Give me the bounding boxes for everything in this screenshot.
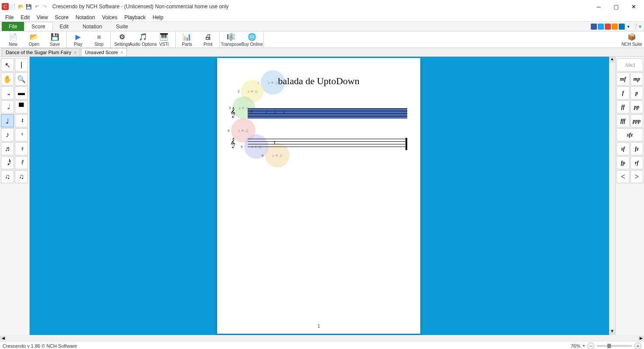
score-title[interactable]: balada de UptoDown (217, 75, 420, 87)
new-icon: 📄 (9, 33, 17, 41)
palette-quarter-rest[interactable]: 𝄽 (15, 114, 28, 127)
ribbon-tab-suite[interactable]: Suite (109, 22, 135, 31)
palette-sixteenth-rest[interactable]: 𝄿 (15, 142, 28, 155)
parts-button[interactable]: 📊Parts (177, 31, 198, 48)
dynamic-sf[interactable]: sf (617, 142, 630, 155)
dynamic-mp[interactable]: mp (630, 72, 644, 86)
palette-half-note[interactable]: 𝅗𝅥 (1, 100, 14, 113)
menu-view[interactable]: View (33, 14, 51, 21)
dynamic-ff[interactable]: ff (617, 100, 630, 113)
ribbon-tab-score[interactable]: Score (24, 22, 52, 31)
doc-tab[interactable]: Unsaved Score× (81, 48, 127, 56)
palette-half-rest[interactable]: ▀ (15, 100, 28, 113)
print-button[interactable]: 🖨Print (198, 31, 218, 48)
palette-eighth-rest[interactable]: 𝄾 (15, 128, 28, 141)
open-button[interactable]: 📂Open (24, 31, 44, 48)
palette-beam2[interactable]: ♫ (15, 170, 28, 183)
palette-quarter-note[interactable]: ♩ (1, 114, 14, 127)
menu-notation[interactable]: Notation (72, 14, 99, 21)
undo-icon[interactable]: ↶ (33, 3, 40, 10)
close-tab-icon[interactable]: × (120, 50, 123, 55)
dynamic-mf[interactable]: mf (617, 72, 630, 86)
close-tab-icon[interactable]: × (74, 50, 76, 55)
menu-playback[interactable]: Playback (121, 14, 149, 21)
dynamic-text[interactable]: AbcI (617, 58, 643, 72)
dynamic-f[interactable]: f (617, 86, 630, 99)
settings-icon: ⚙ (118, 33, 126, 41)
stop-button[interactable]: ■Stop (89, 31, 109, 48)
horizontal-scrollbar[interactable]: ◀ ▶ (0, 335, 644, 341)
maximize-button[interactable]: ▢ (607, 0, 625, 13)
help-icon[interactable]: ❔▾ (632, 24, 641, 30)
zoom-slider[interactable] (597, 345, 632, 347)
reddit-icon[interactable] (612, 24, 618, 30)
buy-button[interactable]: 🌐Buy Online (242, 31, 262, 48)
palette-sixteenth-note[interactable]: ♬ (1, 142, 14, 155)
dynamic-fp[interactable]: fp (617, 156, 630, 169)
doc-tab[interactable]: Dance of the Sugar Plum Fairy× (2, 48, 80, 56)
buy-icon: 🌐 (248, 33, 256, 41)
dynamic-p[interactable]: p (630, 86, 644, 99)
save-button[interactable]: 💾Save (44, 31, 65, 48)
palette-eighth-note[interactable]: ♪ (1, 128, 14, 141)
palette-select[interactable]: ↖ (1, 58, 14, 72)
zoom-in-button[interactable]: + (634, 342, 641, 349)
audio-button[interactable]: 🎵Audio Options (133, 31, 153, 48)
scroll-up-button[interactable]: ▲ (609, 57, 615, 63)
palette-beam1[interactable]: ♫ (1, 170, 14, 183)
dynamic-decresc[interactable]: > (630, 170, 644, 183)
scroll-right-button[interactable]: ▶ (638, 336, 644, 340)
minimize-button[interactable]: ─ (590, 0, 607, 13)
google-plus-icon[interactable] (605, 24, 611, 30)
score-canvas[interactable]: ♪ + ♫1♪ + ♫2♪ + ♫3♪ + ♫4♪ + ♫5♪ + ♫6 bal… (30, 57, 615, 335)
menu-help[interactable]: Help (149, 14, 167, 21)
palette-whole-note[interactable]: 𝅝 (1, 86, 14, 99)
new-doc-icon[interactable]: 📄 (10, 3, 17, 10)
menu-file[interactable]: File (2, 14, 17, 21)
dynamic-ppp[interactable]: ppp (630, 114, 644, 127)
staff-1[interactable]: 𝄞 ♯ ♩ ♩ ♩ (230, 108, 407, 119)
ribbon-tab-notation[interactable]: Notation (75, 22, 109, 31)
dynamic-sfz[interactable]: sfz (617, 128, 643, 141)
vsti-button[interactable]: 🎹VSTi (153, 31, 174, 48)
dynamic-pp[interactable]: pp (630, 100, 644, 113)
scroll-left-button[interactable]: ◀ (0, 336, 6, 340)
transpose-button[interactable]: 🎼Transpose (221, 31, 242, 48)
zoom-out-button[interactable]: − (587, 342, 594, 349)
stop-icon: ■ (95, 33, 103, 41)
ribbon-tab-edit[interactable]: Edit (53, 22, 76, 31)
new-button[interactable]: 📄New (3, 31, 24, 48)
palette-whole-rest[interactable]: ▬ (15, 86, 28, 99)
zoom-dropdown-icon[interactable]: ▾ (583, 344, 585, 348)
linkedin-icon[interactable] (619, 24, 625, 30)
dropdown-icon[interactable]: ▾ (627, 24, 630, 29)
staff-2[interactable]: 𝄞 𝄽 (230, 139, 407, 149)
palette-thirtysecond-note[interactable]: 𝅘𝅥𝅰 (1, 156, 14, 169)
scroll-down-button[interactable]: ▼ (609, 329, 615, 335)
dynamic-rf[interactable]: rf (630, 156, 644, 169)
dynamic-fff[interactable]: fff (617, 114, 630, 127)
menu-edit[interactable]: Edit (17, 14, 33, 21)
ribbon-tab-file[interactable]: File (2, 22, 24, 31)
palette-hand[interactable]: ✋ (1, 72, 14, 86)
close-button[interactable]: ✕ (625, 0, 642, 13)
palette-thirtysecond-rest[interactable]: 𝅀 (15, 156, 28, 169)
parts-icon: 📊 (183, 33, 191, 41)
twitter-icon[interactable] (598, 24, 604, 30)
score-page[interactable]: ♪ + ♫1♪ + ♫2♪ + ♫3♪ + ♫4♪ + ♫5♪ + ♫6 bal… (217, 58, 420, 334)
menu-voices[interactable]: Voices (99, 14, 121, 21)
vertical-scrollbar[interactable]: ▲ ▼ (609, 57, 615, 335)
play-button[interactable]: ▶Play (68, 31, 89, 48)
redo-icon[interactable]: ↷ (41, 3, 48, 10)
dynamic-cresc[interactable]: < (617, 170, 630, 183)
save-icon[interactable]: 💾 (25, 3, 32, 10)
open-icon[interactable]: 📂 (17, 3, 24, 10)
dynamic-fz[interactable]: fz (630, 142, 644, 155)
zoom-level[interactable]: 76% (571, 343, 580, 349)
palette-zoom[interactable]: 🔍 (15, 72, 28, 86)
palette-barline[interactable]: | (15, 58, 28, 72)
menubar: FileEditViewScoreNotationVoicesPlaybackH… (0, 13, 644, 22)
facebook-icon[interactable] (591, 24, 597, 30)
nch-suite-button[interactable]: 📦 NCH Suite (621, 32, 642, 48)
menu-score[interactable]: Score (51, 14, 72, 21)
